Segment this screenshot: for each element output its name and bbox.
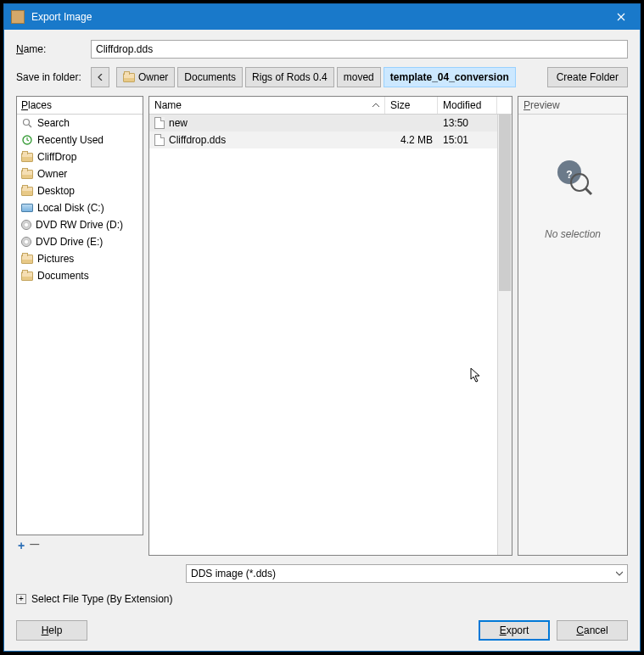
folder-icon bbox=[123, 73, 135, 82]
dialog-content: Name: Save in folder: Owner Documents Ri… bbox=[4, 30, 640, 651]
svg-line-6 bbox=[585, 188, 591, 194]
column-header-size[interactable]: Size bbox=[385, 97, 438, 114]
dvd-icon bbox=[21, 220, 31, 230]
places-item-dvdrw[interactable]: DVD RW Drive (D:) bbox=[17, 216, 143, 233]
main-area: Places Search Recently Used CliffDrop Ow… bbox=[16, 96, 628, 556]
recent-icon bbox=[21, 134, 33, 146]
svg-point-0 bbox=[24, 120, 30, 126]
places-item-pictures[interactable]: Pictures bbox=[17, 250, 143, 267]
path-segment-moved[interactable]: moved bbox=[337, 67, 381, 87]
expand-icon: + bbox=[16, 594, 26, 604]
file-row[interactable]: new 13:50 bbox=[149, 115, 512, 132]
chevron-left-icon bbox=[98, 74, 103, 81]
remove-bookmark-button[interactable]: — bbox=[30, 539, 39, 552]
search-icon bbox=[21, 117, 33, 129]
name-row: Name: bbox=[16, 40, 628, 59]
file-type-select[interactable]: DDS image (*.dds) bbox=[186, 564, 628, 583]
cancel-button[interactable]: Cancel bbox=[557, 620, 628, 641]
folder-icon bbox=[21, 170, 33, 179]
column-header-modified[interactable]: Modified bbox=[438, 97, 497, 114]
path-back-button[interactable] bbox=[91, 67, 109, 87]
preview-text: No selection bbox=[545, 228, 601, 240]
export-button[interactable]: Export bbox=[479, 620, 550, 641]
folder-icon bbox=[21, 153, 33, 162]
scrollbar-thumb[interactable] bbox=[499, 115, 511, 291]
preview-header: Preview bbox=[518, 97, 627, 115]
file-rows[interactable]: new 13:50 Cliffdrop.dds 4.2 MB 15:01 bbox=[149, 115, 512, 555]
scrollbar[interactable] bbox=[497, 115, 512, 555]
create-folder-button[interactable]: Create Folder bbox=[547, 67, 628, 87]
file-icon bbox=[154, 117, 165, 129]
window-title: Export Image bbox=[31, 11, 602, 23]
save-in-row: Save in folder: Owner Documents Rigs of … bbox=[16, 67, 628, 87]
places-item-cliffdrop[interactable]: CliffDrop bbox=[17, 148, 143, 165]
chevron-down-icon bbox=[616, 571, 623, 576]
preview-panel: Preview ? No selection bbox=[518, 96, 628, 556]
sort-asc-icon bbox=[372, 103, 379, 108]
places-item-dvd[interactable]: DVD Drive (E:) bbox=[17, 233, 143, 250]
app-icon bbox=[11, 10, 25, 24]
file-row[interactable]: Cliffdrop.dds 4.2 MB 15:01 bbox=[149, 132, 512, 148]
svg-line-1 bbox=[29, 125, 31, 127]
export-image-dialog: Export Image Name: Save in folder: Owner… bbox=[3, 3, 641, 652]
column-header-name[interactable]: Name bbox=[149, 97, 385, 114]
places-item-documents[interactable]: Documents bbox=[17, 267, 143, 284]
path-segment-rigs[interactable]: Rigs of Rods 0.4 bbox=[245, 67, 334, 87]
places-item-desktop[interactable]: Desktop bbox=[17, 182, 143, 199]
folder-icon bbox=[21, 272, 33, 281]
path-segment-documents[interactable]: Documents bbox=[177, 67, 243, 87]
folder-icon bbox=[21, 255, 33, 264]
breadcrumb: Owner Documents Rigs of Rods 0.4 moved t… bbox=[116, 67, 540, 87]
places-item-owner[interactable]: Owner bbox=[17, 165, 143, 182]
file-icon bbox=[154, 134, 165, 146]
file-type-row: DDS image (*.dds) bbox=[16, 564, 628, 583]
dialog-footer: Help Export Cancel bbox=[16, 615, 628, 641]
dvd-icon bbox=[21, 237, 31, 247]
places-item-localc[interactable]: Local Disk (C:) bbox=[17, 199, 143, 216]
file-list: Name Size Modified new 13:50 Cliffdrop.d… bbox=[148, 96, 512, 556]
select-file-type-toggle[interactable]: + Select File Type (By Extension) bbox=[16, 591, 628, 607]
help-button[interactable]: Help bbox=[16, 620, 87, 641]
places-actions: + — bbox=[16, 535, 143, 556]
name-label: Name: bbox=[16, 43, 84, 55]
places-header[interactable]: Places bbox=[17, 97, 143, 115]
path-segment-owner[interactable]: Owner bbox=[116, 67, 175, 87]
filename-input[interactable] bbox=[91, 40, 628, 59]
path-segment-template[interactable]: template_04_conversion bbox=[384, 67, 516, 87]
disk-icon bbox=[21, 204, 33, 212]
places-item-search[interactable]: Search bbox=[17, 115, 143, 132]
places-panel: Places Search Recently Used CliffDrop Ow… bbox=[16, 96, 143, 556]
file-list-header: Name Size Modified bbox=[149, 97, 512, 115]
add-bookmark-button[interactable]: + bbox=[18, 539, 25, 552]
folder-icon bbox=[21, 187, 33, 196]
places-list[interactable]: Places Search Recently Used CliffDrop Ow… bbox=[16, 96, 143, 535]
close-icon bbox=[617, 13, 625, 21]
no-preview-icon: ? bbox=[552, 155, 593, 196]
save-in-label: Save in folder: bbox=[16, 71, 84, 83]
places-item-recent[interactable]: Recently Used bbox=[17, 132, 143, 148]
preview-body: ? No selection bbox=[518, 115, 627, 555]
close-button[interactable] bbox=[602, 4, 640, 30]
titlebar[interactable]: Export Image bbox=[4, 4, 640, 30]
